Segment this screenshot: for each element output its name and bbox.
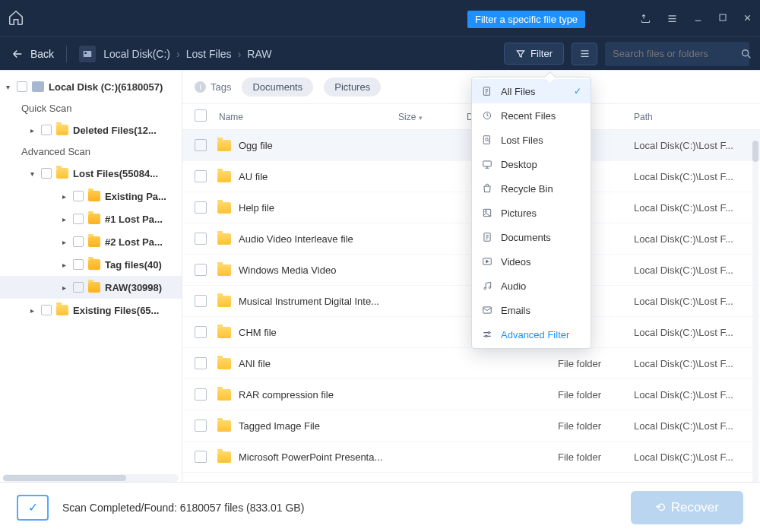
col-name[interactable]: Name bbox=[213, 112, 398, 122]
home-icon[interactable] bbox=[8, 9, 26, 27]
checkbox[interactable] bbox=[73, 214, 84, 224]
scan-complete-icon: ✓ bbox=[17, 495, 49, 521]
tags-text: Tags bbox=[211, 81, 231, 93]
scrollbar-horizontal[interactable] bbox=[3, 474, 179, 482]
checkbox[interactable] bbox=[195, 233, 207, 245]
checkbox[interactable] bbox=[195, 201, 207, 214]
minimize-icon[interactable] bbox=[693, 13, 703, 24]
folder-icon bbox=[217, 389, 231, 401]
tag-pill-pictures[interactable]: Pictures bbox=[324, 78, 381, 97]
file-row[interactable]: Tagged Image FileFile folderLocal Disk(C… bbox=[182, 410, 760, 442]
close-icon[interactable] bbox=[743, 13, 752, 24]
advanced-filter-item[interactable]: Advanced Filter bbox=[472, 322, 591, 347]
file-row[interactable]: Microsoft PowerPoint Presenta...File fol… bbox=[182, 442, 760, 473]
tree-item-lost-files[interactable]: ▾ Lost Files(55084... bbox=[0, 162, 182, 185]
chevron-right-icon[interactable]: ▸ bbox=[30, 126, 41, 135]
share-icon[interactable] bbox=[640, 13, 651, 24]
breadcrumb-item[interactable]: Lost Files bbox=[186, 48, 232, 60]
sort-icon: ▾ bbox=[419, 114, 423, 122]
checkbox[interactable] bbox=[195, 357, 207, 369]
filter-option[interactable]: Documents bbox=[472, 225, 591, 249]
tree-item-raw[interactable]: ▸ RAW(30998) bbox=[0, 276, 182, 299]
svg-rect-2 bbox=[85, 52, 87, 53]
tree-item-lost-part2[interactable]: ▸ #2 Lost Pa... bbox=[0, 230, 182, 253]
tree-item-tag-files[interactable]: ▸ Tag files(40) bbox=[0, 253, 182, 276]
search-input[interactable] bbox=[613, 48, 740, 59]
filter-option[interactable]: All Files✓ bbox=[472, 79, 591, 103]
filter-option-label: Pictures bbox=[501, 207, 537, 219]
chevron-down-icon[interactable]: ▾ bbox=[6, 83, 17, 91]
filter-label: Filter bbox=[530, 48, 553, 59]
breadcrumb-item[interactable]: RAW bbox=[247, 48, 271, 60]
search-icon[interactable] bbox=[740, 48, 752, 60]
chevron-down-icon[interactable]: ▾ bbox=[30, 169, 41, 178]
filter-option[interactable]: Recycle Bin bbox=[472, 176, 591, 201]
search-box[interactable] bbox=[605, 42, 749, 66]
breadcrumb-item[interactable]: Local Disk(C:) bbox=[103, 48, 170, 60]
tree-item-lost-part1[interactable]: ▸ #1 Lost Pa... bbox=[0, 207, 182, 230]
tree-root[interactable]: ▾ Local Disk (C:)(6180057) bbox=[0, 75, 182, 98]
checkbox[interactable] bbox=[41, 125, 52, 135]
chevron-right-icon[interactable]: ▸ bbox=[62, 283, 73, 292]
file-path: Local Disk(C:)\Lost F... bbox=[634, 233, 748, 245]
checkbox[interactable] bbox=[73, 259, 84, 270]
filter-option[interactable]: Desktop bbox=[472, 152, 591, 176]
checkbox[interactable] bbox=[195, 420, 207, 432]
col-path[interactable]: Path bbox=[634, 112, 748, 122]
tag-pill-documents[interactable]: Documents bbox=[242, 78, 313, 97]
recover-label: Recover bbox=[671, 500, 719, 515]
file-row[interactable]: RAR compression fileFile folderLocal Dis… bbox=[182, 379, 760, 410]
filter-option[interactable]: Videos bbox=[472, 249, 591, 274]
tree-label: Tag files(40) bbox=[105, 259, 162, 271]
checkbox[interactable] bbox=[41, 168, 52, 179]
filter-type-icon bbox=[481, 231, 493, 243]
checkbox[interactable] bbox=[195, 295, 207, 307]
col-size[interactable]: Size▾ bbox=[398, 112, 467, 122]
recover-button[interactable]: ⟲ Recover bbox=[631, 491, 743, 524]
back-button[interactable]: Back bbox=[11, 47, 54, 61]
checkbox[interactable] bbox=[195, 139, 207, 151]
scrollbar-vertical[interactable] bbox=[752, 141, 758, 482]
maximize-icon[interactable] bbox=[718, 13, 727, 24]
checkbox[interactable] bbox=[195, 170, 207, 182]
tree-item-existing-part[interactable]: ▸ Existing Pa... bbox=[0, 185, 182, 207]
checkbox[interactable] bbox=[73, 236, 84, 247]
checkbox[interactable] bbox=[195, 451, 207, 463]
file-path: Local Disk(C:)\Lost F... bbox=[634, 264, 748, 276]
filter-option[interactable]: Recent Files bbox=[472, 103, 591, 128]
filter-type-icon bbox=[481, 109, 493, 122]
chevron-right-icon[interactable]: ▸ bbox=[62, 238, 73, 246]
checkbox[interactable] bbox=[195, 264, 207, 276]
menu-icon[interactable] bbox=[667, 13, 678, 24]
checkbox[interactable] bbox=[195, 388, 207, 401]
filter-option[interactable]: Pictures bbox=[472, 201, 591, 225]
chevron-right-icon[interactable]: ▸ bbox=[62, 192, 73, 201]
chevron-right-icon[interactable]: ▸ bbox=[30, 306, 41, 315]
filter-button[interactable]: Filter bbox=[504, 43, 564, 65]
file-name: Microsoft PowerPoint Presenta... bbox=[239, 451, 558, 463]
folder-icon bbox=[217, 171, 231, 182]
checkbox-all[interactable] bbox=[195, 109, 207, 122]
tree-item-deleted[interactable]: ▸ Deleted Files(12... bbox=[0, 119, 182, 141]
filter-option[interactable]: Audio bbox=[472, 274, 591, 298]
back-label: Back bbox=[30, 48, 54, 60]
checkbox[interactable] bbox=[41, 305, 52, 315]
chevron-right-icon[interactable]: ▸ bbox=[62, 215, 73, 223]
view-toggle[interactable] bbox=[572, 43, 597, 65]
checkbox[interactable] bbox=[73, 282, 84, 293]
tree-item-existing-files[interactable]: ▸ Existing Files(65... bbox=[0, 299, 182, 321]
filter-option-label: Audio bbox=[501, 280, 526, 292]
chevron-right-icon[interactable]: ▸ bbox=[62, 261, 73, 269]
checkbox[interactable] bbox=[195, 326, 207, 338]
filter-option[interactable]: Emails bbox=[472, 298, 591, 322]
disk-icon[interactable] bbox=[79, 46, 96, 62]
folder-star-icon bbox=[88, 214, 100, 224]
filter-option-label: All Files bbox=[501, 86, 536, 97]
filter-type-icon bbox=[481, 182, 493, 195]
filter-option[interactable]: Lost Files bbox=[472, 128, 591, 152]
file-row[interactable]: ANI fileFile folderLocal Disk(C:)\Lost F… bbox=[182, 348, 760, 379]
checkbox[interactable] bbox=[17, 81, 27, 92]
folder-icon bbox=[56, 168, 68, 179]
folder-icon bbox=[217, 140, 231, 151]
checkbox[interactable] bbox=[73, 191, 84, 201]
